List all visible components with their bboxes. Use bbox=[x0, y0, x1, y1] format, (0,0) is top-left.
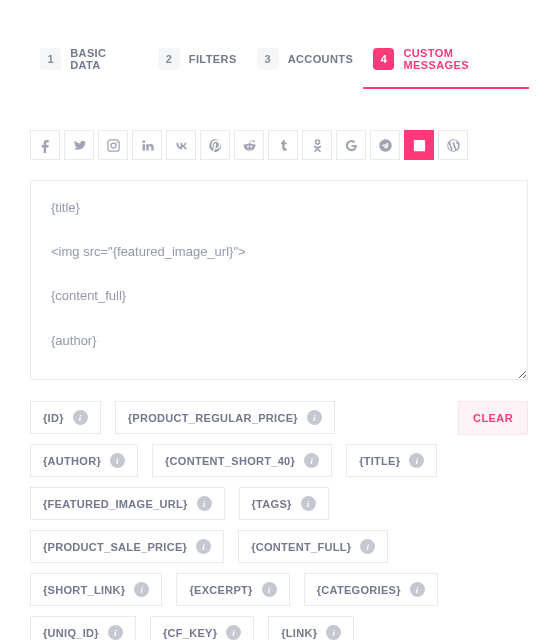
placeholder-chip[interactable]: {TITLE}i bbox=[346, 444, 437, 477]
medium-icon[interactable] bbox=[404, 130, 434, 160]
placeholder-chip[interactable]: {ID}i bbox=[30, 401, 101, 434]
chip-label: {AUTHOR} bbox=[43, 455, 101, 467]
info-icon[interactable]: i bbox=[301, 496, 316, 511]
info-icon[interactable]: i bbox=[360, 539, 375, 554]
placeholder-chip[interactable]: {LINK}i bbox=[268, 616, 354, 640]
reddit-icon[interactable] bbox=[234, 130, 264, 160]
placeholder-chip[interactable]: {CONTENT_SHORT_40}i bbox=[152, 444, 332, 477]
placeholder-chip[interactable]: {CF_KEY}i bbox=[150, 616, 254, 640]
info-icon[interactable]: i bbox=[108, 625, 123, 640]
tab-step-number: 3 bbox=[257, 48, 279, 70]
info-icon[interactable]: i bbox=[196, 539, 211, 554]
chip-label: {ID} bbox=[43, 412, 64, 424]
facebook-icon[interactable] bbox=[30, 130, 60, 160]
placeholder-chip[interactable]: {TAGS}i bbox=[239, 487, 329, 520]
info-icon[interactable]: i bbox=[410, 582, 425, 597]
info-icon[interactable]: i bbox=[110, 453, 125, 468]
social-networks-list bbox=[30, 130, 528, 160]
chip-label: {FEATURED_IMAGE_URL} bbox=[43, 498, 188, 510]
placeholder-chip[interactable]: {SHORT_LINK}i bbox=[30, 573, 162, 606]
placeholder-chip[interactable]: {PRODUCT_REGULAR_PRICE}i bbox=[115, 401, 335, 434]
info-icon[interactable]: i bbox=[226, 625, 241, 640]
message-template-textarea[interactable] bbox=[30, 180, 528, 380]
chip-label: {CATEGORIES} bbox=[317, 584, 401, 596]
tab-step-label: CUSTOM MESSAGES bbox=[403, 47, 518, 71]
placeholder-chip[interactable]: {AUTHOR}i bbox=[30, 444, 138, 477]
tab-step-number: 4 bbox=[373, 48, 394, 70]
tumblr-icon[interactable] bbox=[268, 130, 298, 160]
chip-label: {UNIQ_ID} bbox=[43, 627, 99, 639]
vk-icon[interactable] bbox=[166, 130, 196, 160]
tab-step-4[interactable]: 4CUSTOM MESSAGES bbox=[363, 35, 528, 89]
tab-step-3[interactable]: 3ACCOUNTS bbox=[247, 36, 364, 88]
info-icon[interactable]: i bbox=[409, 453, 424, 468]
placeholder-chip[interactable]: {PRODUCT_SALE_PRICE}i bbox=[30, 530, 224, 563]
tab-step-2[interactable]: 2FILTERS bbox=[148, 36, 247, 88]
wordpress-icon[interactable] bbox=[438, 130, 468, 160]
tab-step-1[interactable]: 1BASIC DATA bbox=[30, 35, 148, 89]
wizard-tabs: 1BASIC DATA2FILTERS3ACCOUNTS4CUSTOM MESS… bbox=[30, 0, 528, 90]
chip-label: {CONTENT_SHORT_40} bbox=[165, 455, 295, 467]
info-icon[interactable]: i bbox=[304, 453, 319, 468]
tab-step-number: 2 bbox=[158, 48, 180, 70]
placeholder-chip[interactable]: {FEATURED_IMAGE_URL}i bbox=[30, 487, 225, 520]
info-icon[interactable]: i bbox=[73, 410, 88, 425]
tab-step-label: ACCOUNTS bbox=[288, 53, 354, 65]
tab-step-label: FILTERS bbox=[189, 53, 237, 65]
chip-label: {PRODUCT_REGULAR_PRICE} bbox=[128, 412, 298, 424]
info-icon[interactable]: i bbox=[134, 582, 149, 597]
placeholder-chip[interactable]: {UNIQ_ID}i bbox=[30, 616, 136, 640]
info-icon[interactable]: i bbox=[262, 582, 277, 597]
chip-label: {EXCERPT} bbox=[189, 584, 252, 596]
info-icon[interactable]: i bbox=[307, 410, 322, 425]
chip-label: {CONTENT_FULL} bbox=[251, 541, 351, 553]
tab-step-label: BASIC DATA bbox=[70, 47, 138, 71]
chip-label: {LINK} bbox=[281, 627, 317, 639]
linkedin-icon[interactable] bbox=[132, 130, 162, 160]
google-icon[interactable] bbox=[336, 130, 366, 160]
placeholder-chips: {ID}i{PRODUCT_REGULAR_PRICE}i{AUTHOR}i{C… bbox=[30, 401, 448, 640]
odnoklassniki-icon[interactable] bbox=[302, 130, 332, 160]
placeholder-chip[interactable]: {EXCERPT}i bbox=[176, 573, 289, 606]
placeholder-chip[interactable]: {CONTENT_FULL}i bbox=[238, 530, 388, 563]
chip-label: {PRODUCT_SALE_PRICE} bbox=[43, 541, 187, 553]
twitter-icon[interactable] bbox=[64, 130, 94, 160]
tab-step-number: 1 bbox=[40, 48, 61, 70]
info-icon[interactable]: i bbox=[197, 496, 212, 511]
telegram-icon[interactable] bbox=[370, 130, 400, 160]
pinterest-icon[interactable] bbox=[200, 130, 230, 160]
chip-label: {SHORT_LINK} bbox=[43, 584, 125, 596]
instagram-icon[interactable] bbox=[98, 130, 128, 160]
placeholder-chip[interactable]: {CATEGORIES}i bbox=[304, 573, 438, 606]
chip-label: {TITLE} bbox=[359, 455, 400, 467]
chip-label: {CF_KEY} bbox=[163, 627, 217, 639]
clear-button[interactable]: CLEAR bbox=[458, 401, 528, 435]
chip-label: {TAGS} bbox=[252, 498, 292, 510]
info-icon[interactable]: i bbox=[326, 625, 341, 640]
